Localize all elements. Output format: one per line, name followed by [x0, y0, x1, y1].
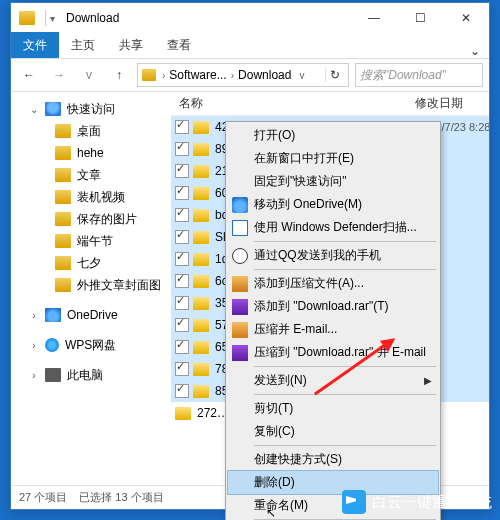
archive-icon	[232, 299, 248, 315]
close-button[interactable]: ✕	[443, 3, 489, 33]
breadcrumb[interactable]: Software...	[167, 68, 228, 82]
folder-icon	[193, 253, 209, 266]
menu-open-new-window[interactable]: 在新窗口中打开(E)	[228, 147, 438, 170]
nav-history-button[interactable]: v	[77, 63, 101, 87]
chevron-down-icon[interactable]: v	[297, 70, 306, 81]
sidebar-item-thispc[interactable]: › 此电脑	[11, 364, 171, 386]
menu-defender-scan[interactable]: 使用 Windows Defender扫描...	[228, 216, 438, 239]
chevron-right-icon[interactable]: ›	[160, 70, 167, 81]
checkbox[interactable]	[175, 142, 189, 156]
menu-copy[interactable]: 复制(C)	[228, 420, 438, 443]
sidebar-item-desktop[interactable]: 桌面	[11, 120, 171, 142]
chevron-right-icon[interactable]: ›	[29, 310, 39, 321]
titlebar[interactable]: ▾ Download — ☐ ✕	[11, 3, 489, 33]
checkbox[interactable]	[175, 230, 189, 244]
tab-home[interactable]: 主页	[59, 33, 107, 58]
sidebar-item-label: OneDrive	[67, 308, 171, 322]
tab-file[interactable]: 文件	[11, 32, 59, 58]
sidebar-item-quick-access[interactable]: ⌄ 快速访问	[11, 98, 171, 120]
sidebar-item-saved-pics[interactable]: 保存的图片	[11, 208, 171, 230]
sidebar-item-duanwu[interactable]: 端午节	[11, 230, 171, 252]
menu-add-to-rar[interactable]: 添加到 "Download.rar"(T)	[228, 295, 438, 318]
folder-icon	[193, 297, 209, 310]
watermark-logo-icon	[342, 490, 366, 514]
submenu-arrow-icon: ▶	[424, 375, 432, 386]
menu-pin-quick-access[interactable]: 固定到"快速访问"	[228, 170, 438, 193]
checkbox[interactable]	[175, 120, 189, 134]
sidebar-item-articles[interactable]: 文章	[11, 164, 171, 186]
sidebar-item-label: 此电脑	[67, 367, 171, 384]
sidebar-item-covers[interactable]: 外推文章封面图	[11, 274, 171, 296]
menu-open[interactable]: 打开(O)	[228, 124, 438, 147]
nav-back-button[interactable]: ←	[17, 63, 41, 87]
refresh-button[interactable]: ↻	[325, 68, 344, 82]
column-name[interactable]: 名称	[175, 95, 415, 112]
chevron-right-icon[interactable]: ›	[29, 340, 39, 351]
nav-forward-button[interactable]: →	[47, 63, 71, 87]
checkbox[interactable]	[175, 252, 189, 266]
column-headers[interactable]: 名称 修改日期 类	[171, 92, 489, 116]
folder-icon	[55, 190, 71, 204]
menu-label: 发送到(N)	[254, 372, 307, 389]
qq-icon	[232, 248, 248, 264]
menu-compress-email[interactable]: 压缩并 E-mail...	[228, 318, 438, 341]
address-bar[interactable]: › Software... › Download v ↻	[137, 63, 349, 87]
tab-share[interactable]: 共享	[107, 33, 155, 58]
tab-view[interactable]: 查看	[155, 33, 203, 58]
folder-icon	[193, 143, 209, 156]
nav-up-button[interactable]: ↑	[107, 63, 131, 87]
checkbox[interactable]	[175, 296, 189, 310]
onedrive-icon	[232, 197, 248, 213]
ribbon-expand-button[interactable]: ⌄	[461, 44, 489, 58]
divider	[45, 10, 46, 26]
sidebar-item-videos[interactable]: 装机视频	[11, 186, 171, 208]
column-date[interactable]: 修改日期	[415, 95, 489, 112]
checkbox[interactable]	[175, 318, 189, 332]
menu-compress-rar-email[interactable]: 压缩到 "Download.rar" 并 E-mail	[228, 341, 438, 364]
chevron-right-icon[interactable]: ›	[29, 370, 39, 381]
sidebar-item-label: 端午节	[77, 233, 171, 250]
folder-icon	[193, 187, 209, 200]
sidebar-item-wpsdrive[interactable]: › WPS网盘	[11, 334, 171, 356]
sidebar-item-hehe[interactable]: hehe	[11, 142, 171, 164]
sidebar-item-label: 快速访问	[67, 101, 171, 118]
status-selected: 已选择 13 个项目	[79, 490, 163, 505]
folder-icon	[193, 319, 209, 332]
menu-label: 使用 Windows Defender扫描...	[254, 219, 417, 236]
menu-add-to-archive[interactable]: 添加到压缩文件(A)...	[228, 272, 438, 295]
checkbox[interactable]	[175, 164, 189, 178]
checkbox[interactable]	[175, 384, 189, 398]
folder-icon	[55, 168, 71, 182]
pc-icon	[45, 368, 61, 382]
chevron-down-icon[interactable]: ⌄	[29, 104, 39, 115]
checkbox[interactable]	[175, 362, 189, 376]
qat-dropdown-icon[interactable]: ▾	[50, 13, 60, 24]
menu-send-to[interactable]: 发送到(N)▶	[228, 369, 438, 392]
minimize-button[interactable]: —	[351, 3, 397, 33]
maximize-button[interactable]: ☐	[397, 3, 443, 33]
checkbox[interactable]	[175, 274, 189, 288]
menu-move-to-onedrive[interactable]: 移动到 OneDrive(M)	[228, 193, 438, 216]
folder-icon	[193, 385, 209, 398]
menu-cut[interactable]: 剪切(T)	[228, 397, 438, 420]
navigation-pane[interactable]: ⌄ 快速访问 桌面 hehe 文章 装机视频 保存的图片 端午节 七夕 外推文章…	[11, 92, 171, 485]
checkbox[interactable]	[175, 186, 189, 200]
sidebar-item-onedrive[interactable]: › OneDrive	[11, 304, 171, 326]
breadcrumb[interactable]: Download	[236, 68, 293, 82]
menu-separator	[254, 366, 436, 367]
checkbox[interactable]	[175, 340, 189, 354]
search-input[interactable]: 搜索"Download"	[355, 63, 483, 87]
chevron-right-icon[interactable]: ›	[229, 70, 236, 81]
folder-icon	[175, 407, 191, 420]
menu-label: 重命名(M)	[254, 497, 308, 514]
address-folder-icon	[142, 69, 156, 81]
context-menu[interactable]: 打开(O) 在新窗口中打开(E) 固定到"快速访问" 移动到 OneDrive(…	[225, 121, 441, 520]
archive-icon	[232, 276, 248, 292]
menu-label: 打开(O)	[254, 127, 295, 144]
sidebar-item-qixi[interactable]: 七夕	[11, 252, 171, 274]
checkbox[interactable]	[175, 208, 189, 222]
menu-qq-send[interactable]: 通过QQ发送到我的手机	[228, 244, 438, 267]
menu-create-shortcut[interactable]: 创建快捷方式(S)	[228, 448, 438, 471]
folder-icon	[55, 146, 71, 160]
sidebar-item-label: 七夕	[77, 255, 171, 272]
